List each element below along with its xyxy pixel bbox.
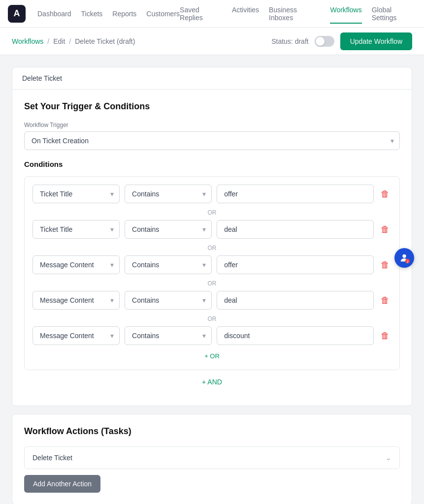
breadcrumb-bar: Workflows / Edit / Delete Ticket (draft)… [0,28,424,55]
update-workflow-button[interactable]: Update Workflow [340,32,412,50]
field-select-4[interactable]: Ticket Title Message Content [33,291,120,310]
nav-reports[interactable]: Reports [112,8,136,20]
or-divider-1: OR [33,205,391,220]
or-divider-3: OR [33,276,391,291]
operator-select-wrapper-3: Contains Does not contain [125,255,212,274]
value-field-4 [217,291,374,310]
status-label: Status: draft [271,37,308,45]
trigger-section: Set Your Trigger & Conditions Workflow T… [12,90,412,406]
delete-condition-5[interactable]: 🗑 [379,329,391,343]
trigger-label: Workflow Trigger [24,122,400,128]
action-row[interactable]: Delete Ticket ⌄ [24,446,400,469]
nav-activities[interactable]: Activities [232,4,259,24]
operator-select-wrapper-2: Contains Does not contain [125,220,212,239]
field-select-wrapper-3: Ticket Title Message Content [33,255,120,274]
and-btn-wrapper: + AND [24,370,400,394]
condition-row-2: Ticket Title Message Content Contains Do… [33,220,391,239]
field-select-2[interactable]: Ticket Title Message Content [33,220,120,239]
field-select-3[interactable]: Ticket Title Message Content [33,255,120,274]
actions-section: Workflow Actions (Tasks) Delete Ticket ⌄… [12,414,412,504]
actions-heading: Workflow Actions (Tasks) [24,426,400,437]
or-divider-4: OR [33,312,391,326]
condition-row-1: Ticket Title Message Content Contains Do… [33,185,391,203]
nav-business-inboxes[interactable]: Business Inboxes [269,4,320,24]
nav-dashboard[interactable]: Dashboard [37,8,71,20]
nav-links-left: Dashboard Tickets Reports Customers [37,8,180,20]
condition-row-5: Ticket Title Message Content Contains Do… [33,326,391,345]
workflow-title: Delete Ticket [12,67,412,90]
nav-links-right: Saved Replies Activities Business Inboxe… [180,4,416,24]
chevron-down-icon: ⌄ [386,454,391,462]
breadcrumb-edit: Edit [53,37,65,45]
field-select-wrapper-4: Ticket Title Message Content [33,291,120,310]
toggle-knob [316,37,325,46]
logo-text: A [14,8,20,19]
section-heading: Set Your Trigger & Conditions [24,101,400,112]
delete-condition-1[interactable]: 🗑 [379,187,391,201]
add-or-wrapper: + OR [33,347,391,362]
value-input-1[interactable] [217,185,374,203]
field-select-wrapper-1: Ticket Title Message Content [33,185,120,203]
field-select-wrapper-5: Ticket Title Message Content [33,326,120,345]
add-or-button[interactable]: + OR [204,352,220,360]
conditions-heading: Conditions [24,160,400,168]
breadcrumb-sep-1: / [47,37,49,45]
breadcrumb-sep-2: / [69,37,71,45]
nav-customers[interactable]: Customers [146,8,180,20]
trigger-field: Workflow Trigger On Ticket Creation [24,122,400,150]
svg-point-0 [402,254,406,258]
trigger-select-wrapper: On Ticket Creation [24,131,400,150]
add-and-button[interactable]: + AND [202,378,222,386]
operator-select-2[interactable]: Contains Does not contain [125,220,212,239]
value-input-5[interactable] [217,326,374,345]
field-select-5[interactable]: Ticket Title Message Content [33,326,120,345]
breadcrumb: Workflows / Edit / Delete Ticket (draft) [12,37,135,45]
value-input-2[interactable] [217,220,374,239]
operator-select-3[interactable]: Contains Does not contain [125,255,212,274]
nav-saved-replies[interactable]: Saved Replies [180,4,222,24]
operator-select-1[interactable]: Contains Does not contain [125,185,212,203]
avatar-icon: 2 [399,252,410,263]
app-logo: A [8,5,26,23]
trigger-select[interactable]: On Ticket Creation [24,131,400,150]
or-divider-2: OR [33,241,391,255]
operator-select-5[interactable]: Contains Does not contain [125,326,212,345]
value-field-5 [217,326,374,345]
delete-condition-2[interactable]: 🗑 [379,222,391,237]
floating-avatar[interactable]: 2 [394,248,414,268]
operator-select-4[interactable]: Contains Does not contain [125,291,212,310]
value-field-3 [217,255,374,274]
condition-row-3: Ticket Title Message Content Contains Do… [33,255,391,274]
operator-select-wrapper-4: Contains Does not contain [125,291,212,310]
navigation: A Dashboard Tickets Reports Customers Sa… [0,0,424,28]
operator-select-wrapper-5: Contains Does not contain [125,326,212,345]
workflow-card: Delete Ticket Set Your Trigger & Conditi… [12,67,412,406]
delete-condition-4[interactable]: 🗑 [379,293,391,308]
value-input-4[interactable] [217,291,374,310]
condition-row-4: Ticket Title Message Content Contains Do… [33,291,391,310]
field-select-wrapper-2: Ticket Title Message Content [33,220,120,239]
action-label: Delete Ticket [33,454,72,462]
field-select-1[interactable]: Ticket Title Message Content [33,185,120,203]
main-content: Delete Ticket Set Your Trigger & Conditi… [0,55,424,504]
svg-text:2: 2 [407,260,409,263]
breadcrumb-current: Delete Ticket (draft) [75,37,135,45]
value-field-2 [217,220,374,239]
nav-global-settings[interactable]: Global Settings [372,4,416,24]
operator-select-wrapper-1: Contains Does not contain [125,185,212,203]
status-toggle[interactable] [315,36,334,47]
nav-workflows[interactable]: Workflows [330,4,361,24]
nav-tickets[interactable]: Tickets [81,8,103,20]
value-input-3[interactable] [217,255,374,274]
add-another-action-button[interactable]: Add Another Action [24,475,100,493]
value-field-1 [217,185,374,203]
status-area: Status: draft Update Workflow [271,32,412,50]
breadcrumb-workflows[interactable]: Workflows [12,37,43,45]
delete-condition-3[interactable]: 🗑 [379,258,391,272]
conditions-block: Ticket Title Message Content Contains Do… [24,176,400,370]
